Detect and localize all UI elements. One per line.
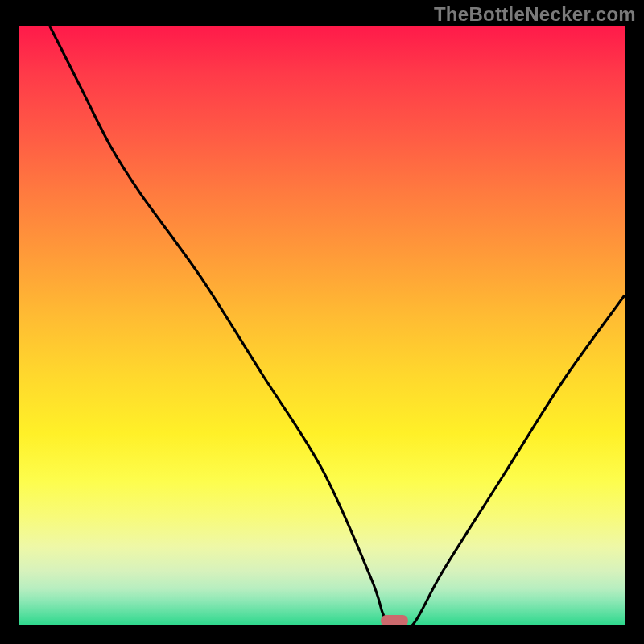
plot-area [19, 26, 625, 625]
watermark-text: TheBottleNecker.com [434, 3, 636, 26]
bottleneck-curve [19, 26, 625, 625]
chart-frame: TheBottleNecker.com [0, 0, 644, 644]
optimal-marker [381, 615, 408, 625]
